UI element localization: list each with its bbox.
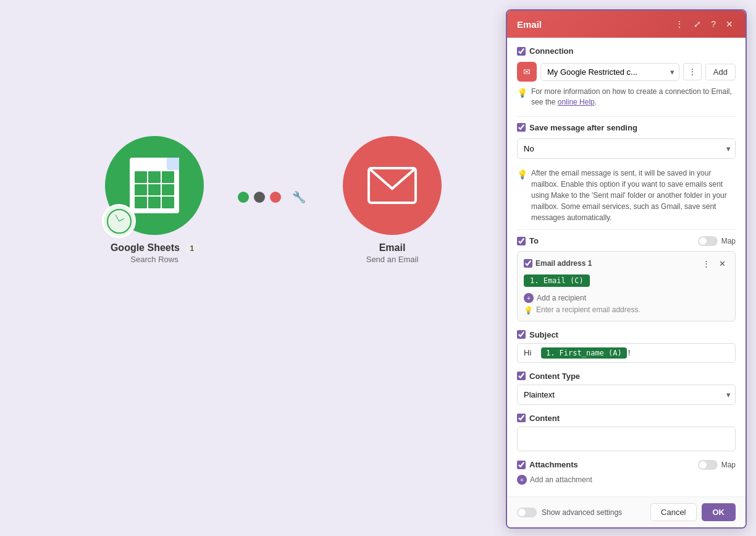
- add-attachment-icon: +: [517, 475, 527, 485]
- dot-dark: [254, 192, 265, 203]
- save-message-checkbox[interactable]: [517, 123, 526, 132]
- attachments-map-toggle[interactable]: [698, 460, 718, 470]
- ok-button[interactable]: OK: [702, 503, 736, 521]
- add-attachment-row[interactable]: + Add an attachment: [517, 475, 736, 485]
- email-address-close-button[interactable]: ✕: [716, 258, 729, 270]
- subject-group: Subject Hi 1. First_name (A) !: [517, 330, 736, 363]
- subject-input-wrapper[interactable]: Hi 1. First_name (A) !: [517, 343, 736, 363]
- save-message-select[interactable]: No: [517, 138, 736, 159]
- attachments-checkbox[interactable]: [517, 461, 526, 469]
- clock-badge: [102, 204, 136, 238]
- attachments-label: Attachments: [517, 460, 578, 469]
- content-type-label: Content Type: [517, 372, 736, 381]
- dot-green: [238, 192, 249, 203]
- connection-select-wrapper: My Google Restricted c... ▾: [540, 63, 679, 81]
- content-type-select-wrapper: Plaintext ▾: [517, 385, 736, 405]
- to-checkbox[interactable]: [517, 237, 526, 245]
- content-type-group: Content Type Plaintext ▾: [517, 372, 736, 405]
- attachments-group: Attachments Map + Add an attachment: [517, 460, 736, 485]
- to-map-label: Map: [721, 237, 736, 245]
- save-info-icon: 💡: [517, 168, 527, 223]
- save-message-section-header: Save message after sending: [517, 123, 736, 132]
- subject-checkbox[interactable]: [517, 330, 526, 339]
- sheets-badge: 1: [185, 244, 198, 253]
- attachments-map-label: Map: [721, 461, 736, 469]
- add-recipient-label: Add a recipient: [537, 294, 586, 302]
- subject-name-chip[interactable]: 1. First_name (A): [541, 347, 627, 359]
- email-address-more-button[interactable]: ⋮: [699, 258, 713, 270]
- advanced-settings-label: Show advanced settings: [542, 508, 622, 517]
- content-checkbox[interactable]: [517, 414, 526, 422]
- connection-row: ✉ My Google Restricted c... ▾ ⋮ Add: [517, 62, 736, 82]
- save-message-info: 💡 After the email message is sent, it wi…: [517, 168, 736, 223]
- connection-label: Connection: [529, 46, 574, 56]
- email-chip[interactable]: 1. Email (C): [524, 274, 590, 287]
- email-address-actions: ⋮ ✕: [699, 258, 729, 270]
- canvas: Google Sheets 1 Search Rows 🔧 Email Send…: [0, 0, 756, 536]
- attachments-map-toggle-wrapper: Map: [698, 460, 736, 470]
- connection-email-icon: ✉: [517, 62, 537, 82]
- to-map-toggle-wrapper: Map: [698, 236, 736, 246]
- info-icon: 💡: [517, 87, 527, 100]
- panel-header: Email ⋮ ⤢ ? ✕: [507, 11, 746, 38]
- panel-help-button[interactable]: ?: [708, 18, 718, 30]
- email-envelope-icon: [368, 167, 417, 204]
- save-message-group: No ▾: [517, 138, 736, 159]
- panel-close-button[interactable]: ✕: [723, 18, 736, 30]
- connection-dots: 🔧: [238, 190, 306, 204]
- content-type-checkbox[interactable]: [517, 372, 526, 380]
- advanced-settings-toggle[interactable]: [517, 508, 537, 517]
- to-label: To: [517, 236, 539, 245]
- add-circle-icon: +: [524, 293, 534, 303]
- email-address-label: Email address 1: [536, 259, 592, 268]
- connection-checkbox[interactable]: [517, 47, 526, 56]
- panel-expand-button[interactable]: ⤢: [691, 18, 704, 30]
- panel-body: Connection ✉ My Google Restricted c... ▾…: [507, 38, 746, 496]
- sheets-sublabel: Search Rows: [105, 255, 204, 264]
- panel-title: Email: [517, 19, 542, 30]
- connection-select[interactable]: My Google Restricted c...: [540, 63, 679, 81]
- content-group: Content: [517, 414, 736, 451]
- connection-section-header: Connection: [517, 46, 736, 56]
- email-config-panel: Email ⋮ ⤢ ? ✕ Connection ✉ My Google Res…: [506, 9, 747, 529]
- add-attachment-label: Add an attachment: [530, 475, 592, 484]
- footer-left: Show advanced settings: [517, 508, 622, 517]
- email-sublabel: Send an Email: [343, 255, 442, 264]
- save-message-select-wrapper: No ▾: [517, 138, 736, 159]
- email-node[interactable]: Email Send an Email: [343, 136, 442, 264]
- online-help-link[interactable]: online Help: [558, 98, 595, 106]
- email-address-checkbox[interactable]: [524, 259, 532, 268]
- email-address-block: Email address 1 ⋮ ✕ 1. Email (C) + Add a…: [517, 251, 736, 321]
- content-type-select[interactable]: Plaintext: [517, 385, 736, 405]
- wrench-icon: 🔧: [292, 190, 306, 204]
- content-label: Content: [517, 414, 736, 423]
- content-input[interactable]: [517, 427, 736, 451]
- footer-actions: Cancel OK: [650, 503, 736, 521]
- subject-space: [536, 348, 539, 357]
- to-header: To Map: [517, 236, 736, 246]
- to-section: To Map Email address 1 ⋮: [517, 236, 736, 321]
- connection-more-button[interactable]: ⋮: [683, 63, 702, 80]
- subject-label: Subject: [517, 330, 736, 339]
- subject-suffix: !: [628, 348, 631, 357]
- attachments-header: Attachments Map: [517, 460, 736, 470]
- save-message-label: Save message after sending: [529, 123, 637, 132]
- panel-header-actions: ⋮ ⤢ ? ✕: [673, 18, 736, 30]
- google-sheets-node[interactable]: Google Sheets 1 Search Rows: [105, 136, 204, 264]
- sheets-label: Google Sheets 1: [105, 242, 204, 253]
- to-map-toggle[interactable]: [698, 236, 718, 246]
- subject-prefix: Hi: [524, 348, 531, 357]
- email-address-header: Email address 1 ⋮ ✕: [524, 258, 729, 270]
- dot-red: [270, 192, 281, 203]
- panel-more-button[interactable]: ⋮: [673, 18, 686, 30]
- recipient-hint-icon: 💡: [524, 306, 533, 315]
- connection-add-button[interactable]: Add: [705, 64, 736, 80]
- connection-info-row: 💡 For more information on how to create …: [517, 87, 736, 108]
- divider-1: [517, 116, 736, 117]
- divider-2: [517, 229, 736, 230]
- add-recipient-row[interactable]: + Add a recipient: [524, 293, 729, 303]
- cancel-button[interactable]: Cancel: [650, 503, 696, 521]
- recipient-hint: 💡 Enter a recipient email address.: [524, 305, 729, 315]
- connection-info-text: For more information on how to create a …: [531, 87, 736, 108]
- email-chip-container: 1. Email (C): [524, 274, 729, 289]
